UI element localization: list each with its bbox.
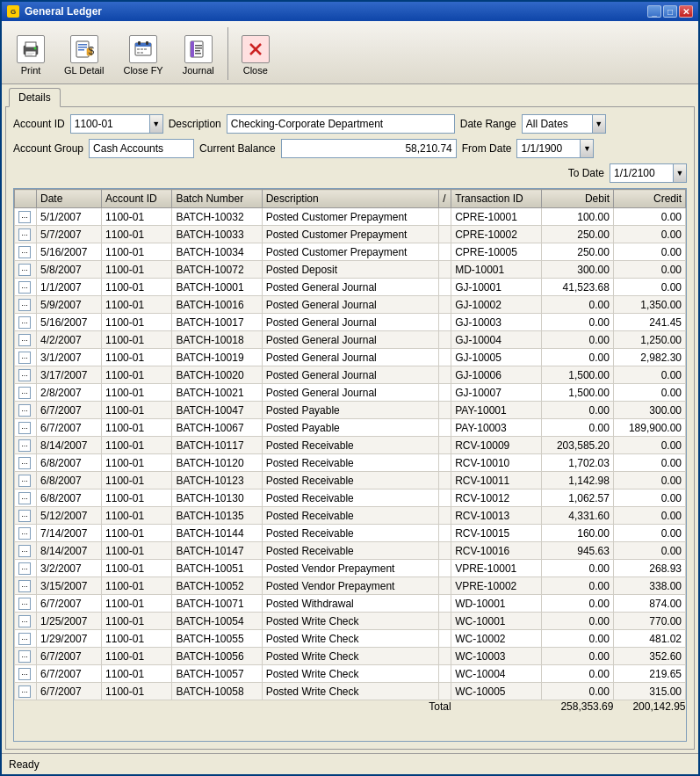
minimize-button[interactable]: _ (647, 5, 661, 18)
expand-icon[interactable]: ··· (18, 615, 31, 627)
account-id-input[interactable] (70, 114, 149, 134)
row-expand-btn[interactable]: ··· (15, 577, 37, 595)
col-batch-number[interactable]: Batch Number (172, 190, 262, 208)
close-button[interactable]: Close (234, 31, 278, 80)
table-row[interactable]: ···3/1/20071100-01BATCH-10019Posted Gene… (15, 349, 686, 366)
table-row[interactable]: ···8/14/20071100-01BATCH-10117Posted Rec… (15, 437, 686, 454)
expand-icon[interactable]: ··· (18, 510, 31, 522)
table-row[interactable]: ···2/8/20071100-01BATCH-10021Posted Gene… (15, 384, 686, 402)
row-expand-btn[interactable]: ··· (15, 560, 37, 577)
table-row[interactable]: ···4/2/20071100-01BATCH-10018Posted Gene… (15, 331, 686, 349)
table-row[interactable]: ···6/7/20071100-01BATCH-10058Posted Writ… (15, 683, 686, 700)
row-expand-btn[interactable]: ··· (15, 226, 37, 243)
date-range-dropdown-btn[interactable]: ▼ (592, 114, 606, 134)
date-range-input[interactable] (522, 114, 592, 134)
table-row[interactable]: ···6/7/20071100-01BATCH-10071Posted With… (15, 595, 686, 613)
table-row[interactable]: ···3/17/20071100-01BATCH-10020Posted Gen… (15, 366, 686, 384)
row-expand-btn[interactable]: ··· (15, 384, 37, 402)
expand-icon[interactable]: ··· (18, 685, 31, 698)
row-expand-btn[interactable]: ··· (15, 630, 37, 648)
col-date[interactable]: Date (37, 190, 102, 208)
table-row[interactable]: ···6/7/20071100-01BATCH-10047Posted Paya… (15, 402, 686, 419)
expand-icon[interactable]: ··· (18, 580, 31, 592)
expand-icon[interactable]: ··· (18, 492, 31, 504)
row-expand-btn[interactable]: ··· (15, 525, 37, 542)
row-expand-btn[interactable]: ··· (15, 648, 37, 665)
table-row[interactable]: ···1/25/20071100-01BATCH-10054Posted Wri… (15, 613, 686, 630)
row-expand-btn[interactable]: ··· (15, 665, 37, 683)
row-expand-btn[interactable]: ··· (15, 613, 37, 630)
table-scroll[interactable]: Date Account ID Batch Number Description… (14, 189, 686, 741)
expand-icon[interactable]: ··· (18, 650, 31, 663)
table-row[interactable]: ···8/14/20071100-01BATCH-10147Posted Rec… (15, 542, 686, 560)
row-expand-btn[interactable]: ··· (15, 261, 37, 279)
row-expand-btn[interactable]: ··· (15, 314, 37, 331)
table-row[interactable]: ···5/16/20071100-01BATCH-10017Posted Gen… (15, 314, 686, 331)
close-window-button[interactable]: ✕ (679, 5, 693, 18)
row-expand-btn[interactable]: ··· (15, 419, 37, 437)
row-expand-btn[interactable]: ··· (15, 402, 37, 419)
table-row[interactable]: ···3/15/20071100-01BATCH-10052Posted Ven… (15, 577, 686, 595)
row-expand-btn[interactable]: ··· (15, 542, 37, 560)
account-id-dropdown-btn[interactable]: ▼ (149, 114, 163, 134)
expand-icon[interactable]: ··· (18, 369, 31, 381)
expand-icon[interactable]: ··· (18, 598, 31, 610)
expand-icon[interactable]: ··· (18, 281, 31, 294)
table-row[interactable]: ···5/9/20071100-01BATCH-10016Posted Gene… (15, 296, 686, 314)
journal-button[interactable]: Journal (175, 31, 222, 80)
col-transaction-id[interactable]: Transaction ID (451, 190, 542, 208)
col-debit[interactable]: Debit (541, 190, 613, 208)
table-row[interactable]: ···5/8/20071100-01BATCH-10072Posted Depo… (15, 261, 686, 279)
table-row[interactable]: ···6/7/20071100-01BATCH-10056Posted Writ… (15, 648, 686, 665)
expand-icon[interactable]: ··· (18, 264, 31, 276)
row-expand-btn[interactable]: ··· (15, 683, 37, 700)
expand-icon[interactable]: ··· (18, 422, 31, 434)
table-row[interactable]: ···7/14/20071100-01BATCH-10144Posted Rec… (15, 525, 686, 542)
description-input[interactable] (227, 114, 455, 134)
table-row[interactable]: ···1/1/20071100-01BATCH-10001Posted Gene… (15, 279, 686, 296)
to-date-dropdown-btn[interactable]: ▼ (673, 163, 687, 183)
col-account-id[interactable]: Account ID (102, 190, 172, 208)
expand-icon[interactable]: ··· (18, 475, 31, 487)
table-row[interactable]: ···6/8/20071100-01BATCH-10130Posted Rece… (15, 490, 686, 507)
print-button[interactable]: Print (9, 31, 53, 80)
expand-icon[interactable]: ··· (18, 246, 31, 258)
row-expand-btn[interactable]: ··· (15, 595, 37, 613)
table-row[interactable]: ···3/2/20071100-01BATCH-10051Posted Vend… (15, 560, 686, 577)
expand-icon[interactable]: ··· (18, 562, 31, 575)
expand-icon[interactable]: ··· (18, 334, 31, 346)
expand-icon[interactable]: ··· (18, 316, 31, 329)
row-expand-btn[interactable]: ··· (15, 507, 37, 525)
expand-icon[interactable]: ··· (18, 299, 31, 311)
gl-detail-button[interactable]: $ GL Detail (56, 31, 112, 80)
col-credit[interactable]: Credit (613, 190, 685, 208)
from-date-dropdown-btn[interactable]: ▼ (580, 139, 594, 158)
row-expand-btn[interactable]: ··· (15, 243, 37, 261)
row-expand-btn[interactable]: ··· (15, 366, 37, 384)
row-expand-btn[interactable]: ··· (15, 208, 37, 226)
close-fy-button[interactable]: Close FY (115, 31, 170, 80)
table-row[interactable]: ···5/16/20071100-01BATCH-10034Posted Cus… (15, 243, 686, 261)
expand-icon[interactable]: ··· (18, 668, 31, 680)
row-expand-btn[interactable]: ··· (15, 472, 37, 490)
account-group-input[interactable] (89, 139, 194, 158)
expand-icon[interactable]: ··· (18, 404, 31, 417)
expand-icon[interactable]: ··· (18, 527, 31, 540)
expand-icon[interactable]: ··· (18, 457, 31, 469)
expand-icon[interactable]: ··· (18, 439, 31, 452)
row-expand-btn[interactable]: ··· (15, 490, 37, 507)
row-expand-btn[interactable]: ··· (15, 296, 37, 314)
row-expand-btn[interactable]: ··· (15, 279, 37, 296)
table-row[interactable]: ···5/7/20071100-01BATCH-10033Posted Cust… (15, 226, 686, 243)
tab-details[interactable]: Details (9, 88, 61, 107)
table-row[interactable]: ···6/8/20071100-01BATCH-10123Posted Rece… (15, 472, 686, 490)
maximize-button[interactable]: □ (663, 5, 677, 18)
table-row[interactable]: ···5/1/20071100-01BATCH-10032Posted Cust… (15, 208, 686, 226)
row-expand-btn[interactable]: ··· (15, 331, 37, 349)
to-date-input[interactable] (610, 163, 673, 183)
row-expand-btn[interactable]: ··· (15, 454, 37, 472)
expand-icon[interactable]: ··· (18, 545, 31, 557)
table-row[interactable]: ···5/12/20071100-01BATCH-10135Posted Rec… (15, 507, 686, 525)
col-description[interactable]: Description (262, 190, 439, 208)
table-row[interactable]: ···6/7/20071100-01BATCH-10067Posted Paya… (15, 419, 686, 437)
